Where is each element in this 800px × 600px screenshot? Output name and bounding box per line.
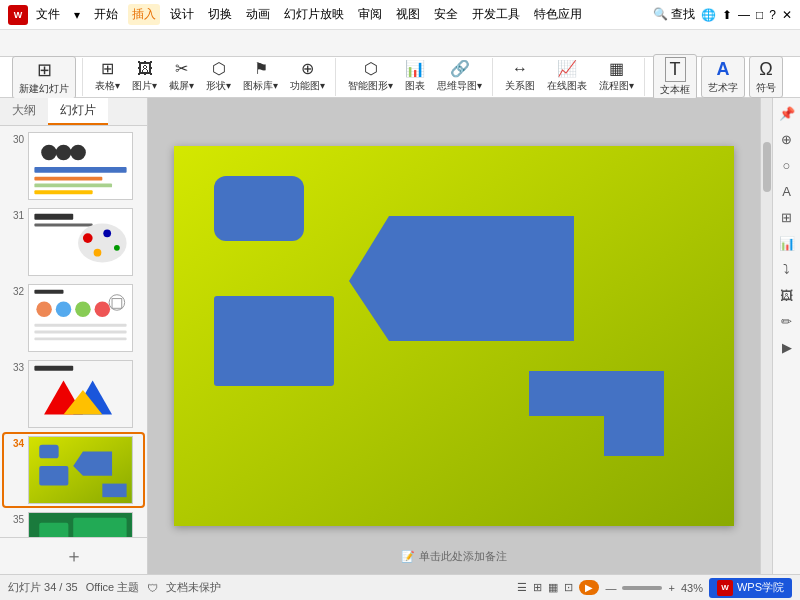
layout-normal-btn[interactable]: ☰: [517, 581, 527, 594]
tab-outline[interactable]: 大纲: [0, 98, 48, 125]
slide-item-30[interactable]: 30: [4, 130, 143, 202]
panel-tabs: 大纲 幻灯片: [0, 98, 147, 126]
chart-label: 图表: [405, 79, 425, 93]
symbol-btn[interactable]: Ω 符号: [749, 56, 783, 98]
ribbon-group-slides: ⊞ 新建幻灯片: [6, 58, 83, 96]
menu-developer[interactable]: 开发工具: [468, 4, 524, 25]
menu-slideshow[interactable]: 幻灯片放映: [280, 4, 348, 25]
new-slide-btn[interactable]: ⊞ 新建幻灯片: [12, 56, 76, 99]
share-btn[interactable]: 🌐: [701, 8, 716, 22]
rt-text-btn[interactable]: A: [776, 180, 798, 202]
wps-academy-btn[interactable]: W WPS学院: [709, 578, 792, 598]
online-chart-label: 在线图表: [547, 79, 587, 93]
image-btn[interactable]: 🖼 图片▾: [128, 59, 161, 95]
vertical-scrollbar[interactable]: [760, 98, 772, 574]
ribbon: ⊞ 新建幻灯片 ⊞ 表格▾ 🖼 图片▾ ✂ 截屏▾ ⬡ 形状▾ ⚑: [0, 30, 800, 98]
menu-animation[interactable]: 动画: [242, 4, 274, 25]
menu-dropdown[interactable]: ▾: [70, 6, 84, 24]
title-right: 🔍 查找 🌐 ⬆ — □ ? ✕: [653, 6, 792, 23]
rt-copy-btn[interactable]: ⊕: [776, 128, 798, 150]
menu-view[interactable]: 视图: [392, 4, 424, 25]
rt-shape-btn[interactable]: ○: [776, 154, 798, 176]
rt-flow-btn[interactable]: ⤵: [776, 258, 798, 280]
svg-rect-24: [34, 337, 126, 340]
zoom-in-btn[interactable]: +: [668, 582, 674, 594]
slide-item-34[interactable]: 34: [4, 434, 143, 506]
plus-icon: ＋: [65, 544, 83, 568]
search-icon[interactable]: 🔍 查找: [653, 6, 695, 23]
slide-item-33[interactable]: 33: [4, 358, 143, 430]
svg-marker-36: [102, 484, 126, 498]
play-btn[interactable]: ▶: [579, 580, 599, 595]
add-slide-btn[interactable]: ＋: [0, 537, 147, 574]
ribbon-group-smart: ⬡ 智能图形▾ 📊 图表 🔗 思维导图▾: [338, 58, 493, 96]
maximize-btn[interactable]: □: [756, 8, 763, 22]
flow-chart-btn[interactable]: ▦ 流程图▾: [595, 59, 638, 95]
slide-thumb-34: [28, 436, 133, 504]
rt-chart-btn[interactable]: 📊: [776, 232, 798, 254]
title-menu: 文件 ▾ 开始 插入 设计 切换 动画 幻灯片放映 审阅 视图 安全 开发工具 …: [32, 4, 586, 25]
export-btn[interactable]: ⬆: [722, 8, 732, 22]
svg-rect-5: [34, 177, 102, 181]
menu-design[interactable]: 设计: [166, 4, 198, 25]
text-box-btn[interactable]: T 文本框: [653, 54, 697, 100]
slide-info: 幻灯片 34 / 35: [8, 580, 78, 595]
menu-insert[interactable]: 插入: [128, 4, 160, 25]
relation-btn[interactable]: ↔ 关系图: [501, 59, 539, 95]
icon-lib-btn[interactable]: ⚑ 图标库▾: [239, 59, 282, 95]
svg-rect-10: [34, 224, 92, 227]
online-chart-btn[interactable]: 📈 在线图表: [543, 59, 591, 95]
svg-rect-33: [39, 445, 58, 459]
shape-btn[interactable]: ⬡ 形状▾: [202, 59, 235, 95]
scrollbar-thumb[interactable]: [763, 142, 771, 192]
svg-rect-28: [34, 366, 73, 371]
menu-security[interactable]: 安全: [430, 4, 462, 25]
shape-icon: ⬡: [212, 61, 226, 77]
rt-image-btn[interactable]: 🖼: [776, 284, 798, 306]
icon-lib-icon: ⚑: [254, 61, 268, 77]
svg-point-11: [78, 224, 127, 263]
smart-shape-btn[interactable]: ⬡ 智能图形▾: [344, 59, 397, 95]
chart-btn[interactable]: 📊 图表: [401, 59, 429, 95]
main-area: 大纲 幻灯片 30: [0, 98, 800, 574]
menu-file[interactable]: 文件: [32, 4, 64, 25]
menu-features[interactable]: 特色应用: [530, 4, 586, 25]
rt-media-btn[interactable]: ▶: [776, 336, 798, 358]
ribbon-tabs: [0, 30, 800, 57]
zoom-out-btn[interactable]: —: [605, 582, 616, 594]
help-btn[interactable]: ?: [769, 8, 776, 22]
menu-transition[interactable]: 切换: [204, 4, 236, 25]
slide-thumb-33: [28, 360, 133, 428]
mind-map-btn[interactable]: 🔗 思维导图▾: [433, 59, 486, 95]
slide-item-31[interactable]: 31: [4, 206, 143, 278]
relation-label: 关系图: [505, 79, 535, 93]
menu-home[interactable]: 开始: [90, 4, 122, 25]
layout-grid-btn[interactable]: ⊞: [533, 581, 542, 594]
screenshot-btn[interactable]: ✂ 截屏▾: [165, 59, 198, 95]
wps-small-logo: W: [717, 580, 733, 596]
table-icon: ⊞: [101, 61, 114, 77]
ribbon-group-table: ⊞ 表格▾ 🖼 图片▾ ✂ 截屏▾ ⬡ 形状▾ ⚑ 图标库▾ ⊕ 功能图▾: [85, 58, 336, 96]
close-btn[interactable]: ✕: [782, 8, 792, 22]
table-btn[interactable]: ⊞ 表格▾: [91, 59, 124, 95]
slide-item-32[interactable]: 32: [4, 282, 143, 354]
minimize-btn[interactable]: —: [738, 8, 750, 22]
rt-table-btn[interactable]: ⊞: [776, 206, 798, 228]
slide-item-35[interactable]: 35: [4, 510, 143, 537]
text-box-icon: T: [665, 57, 686, 82]
menu-review[interactable]: 审阅: [354, 4, 386, 25]
theme-info: Office 主题: [86, 580, 140, 595]
tab-slides[interactable]: 幻灯片: [48, 98, 108, 125]
note-text[interactable]: 单击此处添加备注: [419, 550, 507, 562]
func-chart-btn[interactable]: ⊕ 功能图▾: [286, 59, 329, 95]
art-text-btn[interactable]: A 艺术字: [701, 56, 745, 98]
slide-num-34: 34: [6, 438, 24, 449]
rt-edit-btn[interactable]: ✏: [776, 310, 798, 332]
svg-rect-38: [39, 523, 68, 537]
layout-list-btn[interactable]: ▦: [548, 581, 558, 594]
rt-pin-btn[interactable]: 📌: [776, 102, 798, 124]
slide-thumb-30: [28, 132, 133, 200]
zoom-slider[interactable]: [622, 586, 662, 590]
canvas-area[interactable]: 📝 单击此处添加备注: [148, 98, 760, 574]
layout-full-btn[interactable]: ⊡: [564, 581, 573, 594]
